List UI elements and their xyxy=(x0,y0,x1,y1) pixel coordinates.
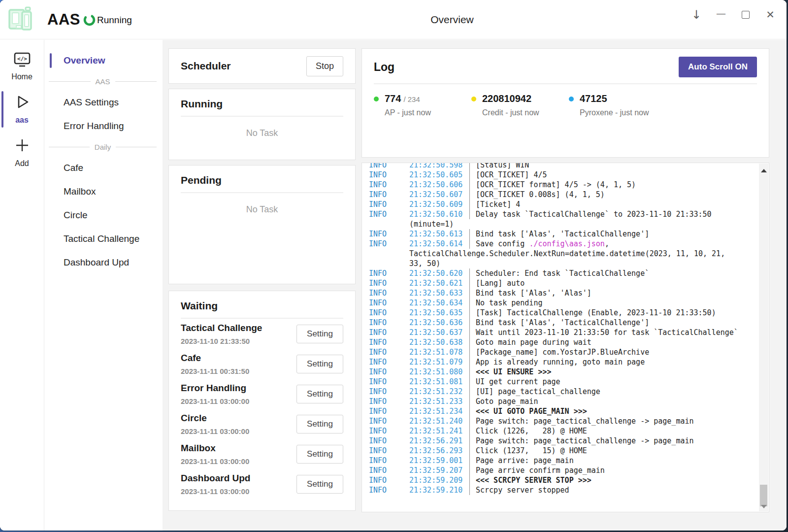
stat-dot-icon xyxy=(374,97,379,101)
setting-button[interactable]: Setting xyxy=(296,385,343,403)
divider xyxy=(374,83,757,84)
sidebar-item-tactical-challenge[interactable]: Tactical Challenge xyxy=(45,229,163,249)
waiting-task-row: Dashboard Upd2023-11-11 03:00:00Setting xyxy=(181,469,343,499)
stat-label: Credit - just now xyxy=(482,108,569,117)
log-timestamp: 21:32:51.232 xyxy=(409,387,469,397)
scrollbar-thumb[interactable] xyxy=(760,485,767,506)
stat-dot-icon xyxy=(471,97,476,101)
log-timestamp: 21:32:51.079 xyxy=(409,357,469,367)
waiting-task-info: Cafe2023-11-11 00:31:50 xyxy=(181,353,249,375)
waiting-title: Waiting xyxy=(181,300,343,312)
stat-suffix: / 234 xyxy=(403,95,420,103)
download-button[interactable]: ↓ xyxy=(684,3,709,27)
app-name: AAS xyxy=(47,11,80,29)
stat-value-row: 774/ 234 xyxy=(374,93,471,104)
log-message: [Ticket] 4 xyxy=(469,200,756,209)
setting-button[interactable]: Setting xyxy=(296,355,343,373)
rail-item-home[interactable]: </>Home xyxy=(0,52,44,81)
scroll-down-arrow-icon[interactable] xyxy=(761,505,767,508)
log-view[interactable]: INFO21:32:50.598[Status] WININFO21:32:50… xyxy=(361,163,769,512)
minimize-button[interactable]: — xyxy=(709,3,733,27)
log-line: INFO21:32:59.210Scrcpy server stopped xyxy=(369,485,756,495)
rail-item-add[interactable]: Add xyxy=(0,136,44,168)
log-line: INFO21:32:51.240Page switch: page_tactic… xyxy=(369,416,756,426)
sidebar-item-aas-settings[interactable]: AAS Settings xyxy=(45,93,163,112)
log-timestamp: 21:32:50.638 xyxy=(409,337,469,347)
plus-icon xyxy=(13,136,31,156)
log-line: INFO21:32:56.291Page switch: page_tactic… xyxy=(369,436,756,446)
log-line: INFO21:32:50.636Bind task ['Alas', 'Tact… xyxy=(369,318,756,328)
nav-rail: </>HomeaasAdd xyxy=(0,40,44,531)
sidebar-item-cafe[interactable]: Cafe xyxy=(45,158,163,178)
log-level: INFO xyxy=(369,475,409,485)
sidebar: OverviewAASAAS SettingsError HandlingDai… xyxy=(45,40,163,531)
log-message: [Task] TacticalChallenge (Enable, 2023-1… xyxy=(469,308,756,318)
rail-item-label: Home xyxy=(11,72,33,81)
log-line: INFO21:32:50.635[Task] TacticalChallenge… xyxy=(369,308,756,318)
log-message: Bind task ['Alas', 'Alas'] xyxy=(469,288,756,298)
code-monitor-icon: </> xyxy=(13,52,31,69)
log-timestamp: 21:32:50.613 xyxy=(409,229,469,239)
setting-button[interactable]: Setting xyxy=(296,415,343,433)
log-message: [OCR_TICKET] 4/5 xyxy=(469,170,756,180)
divider-line xyxy=(116,147,157,147)
sidebar-item-overview[interactable]: Overview xyxy=(45,51,163,70)
log-message: Bind task ['Alas', 'TacticalChallenge'] xyxy=(469,229,756,239)
resource-stat: 220810942Credit - just now xyxy=(471,93,569,117)
sidebar-item-dashboard-upd[interactable]: Dashboard Upd xyxy=(45,253,163,272)
log-title: Log xyxy=(374,61,394,74)
stat-value: 774 xyxy=(385,93,401,104)
setting-button[interactable]: Setting xyxy=(296,445,343,464)
log-message: UI get current page xyxy=(469,377,756,387)
caption-buttons: ↓—✕ xyxy=(684,3,783,27)
resource-stat: 47125Pyroxene - just now xyxy=(569,93,666,117)
auto-scroll-toggle[interactable]: Auto Scroll ON xyxy=(679,57,757,77)
sidebar-item-error-handling[interactable]: Error Handling xyxy=(45,116,163,136)
rail-item-aas[interactable]: aas xyxy=(0,93,44,125)
log-message: Page arrive: page_main xyxy=(469,456,756,466)
log-line: INFO21:32:50.621[Lang] auto xyxy=(369,278,756,288)
log-message: Page switch: page_tactical_challenge -> … xyxy=(469,416,756,426)
log-line: INFO21:32:50.606[OCR_TICKET format] 4/5 … xyxy=(369,180,756,190)
log-line: INFO21:32:50.610Delay task `TacticalChal… xyxy=(369,209,756,219)
log-timestamp: 21:32:59.207 xyxy=(409,466,469,475)
stop-button[interactable]: Stop xyxy=(306,56,343,76)
log-timestamp: 21:32:59.001 xyxy=(409,456,469,466)
log-message: Click (1226, 28) @ HOME xyxy=(469,426,756,436)
sidebar-item-circle[interactable]: Circle xyxy=(45,205,163,225)
log-message: [OCR_TICKET 0.008s] (4, 1, 5) xyxy=(469,190,756,200)
log-message: Page switch: page_tactical_challenge -> … xyxy=(469,436,756,446)
log-message: App is already running, goto main page xyxy=(469,357,756,367)
log-level: INFO xyxy=(369,268,409,278)
maximize-icon xyxy=(742,11,750,19)
log-scrollbar[interactable] xyxy=(759,164,768,511)
log-text-segment: , xyxy=(605,239,609,248)
log-message: <<< SCRCPY SERVER STOP >>> xyxy=(469,475,756,485)
sidebar-group-label: Daily xyxy=(95,143,111,151)
log-message: [Package_name] com.YostarJP.BlueArchive xyxy=(469,347,756,357)
log-level: INFO xyxy=(369,308,409,318)
stat-value: 220810942 xyxy=(482,93,531,104)
log-level: INFO xyxy=(369,397,409,406)
sidebar-item-mailbox[interactable]: Mailbox xyxy=(45,182,163,201)
log-timestamp: 21:32:51.081 xyxy=(409,377,469,387)
log-level: INFO xyxy=(369,190,409,200)
log-timestamp: 21:32:50.610 xyxy=(409,209,469,219)
sidebar-group-divider: AAS xyxy=(45,74,163,89)
log-timestamp: 21:32:50.634 xyxy=(409,298,469,308)
log-message: Scheduler: End task `TacticalChallenge` xyxy=(469,268,756,278)
log-line: INFO21:32:51.081UI get current page xyxy=(369,377,756,387)
setting-button[interactable]: Setting xyxy=(296,475,343,494)
app-logo-icon xyxy=(4,4,36,35)
scheduler-title: Scheduler xyxy=(181,60,231,72)
log-level: INFO xyxy=(369,436,409,446)
log-timestamp: 21:32:51.233 xyxy=(409,397,469,406)
close-button[interactable]: ✕ xyxy=(758,3,783,27)
log-message: [OCR_TICKET format] 4/5 -> (4, 1, 5) xyxy=(469,180,756,190)
log-line: INFO21:32:59.207Page arrive confirm page… xyxy=(369,466,756,475)
scroll-up-arrow-icon[interactable] xyxy=(761,169,767,172)
setting-button[interactable]: Setting xyxy=(296,325,343,343)
scheduler-status: Running xyxy=(83,13,132,27)
maximize-button[interactable] xyxy=(733,3,758,27)
log-timestamp: 21:32:50.635 xyxy=(409,308,469,318)
